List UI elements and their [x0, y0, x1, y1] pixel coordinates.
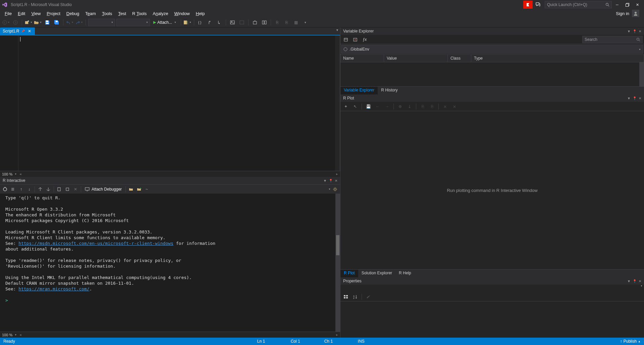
export-icon[interactable]: ⤓ [406, 102, 414, 111]
close-pane-icon[interactable]: ✕ [335, 179, 337, 183]
menu-test[interactable]: Test [115, 10, 129, 17]
menu-analyze[interactable]: Analyze [150, 10, 171, 17]
history-down-icon[interactable]: ↓ [25, 186, 33, 193]
step-into-icon[interactable] [215, 18, 223, 26]
tab-r-help[interactable]: R Help [395, 270, 415, 277]
delete-vars-icon[interactable] [351, 36, 359, 44]
image-tool-icon[interactable] [228, 18, 236, 26]
signin-link[interactable]: Sign in [616, 11, 629, 16]
publish-icon[interactable] [251, 18, 259, 26]
menu-file[interactable]: File [2, 10, 14, 17]
msdn-link[interactable]: https://msdn.microsoft.com/en-us/microso… [18, 241, 173, 246]
find-icon[interactable]: ⎘ [273, 18, 281, 26]
history-up-icon[interactable]: ↑ [17, 186, 25, 193]
source-script-button[interactable]: ▼ [183, 18, 192, 26]
nav-back-button[interactable]: ▼ [2, 18, 10, 26]
ve-position-icon[interactable]: ▼ [627, 29, 631, 33]
code-editor[interactable] [0, 36, 340, 171]
reset-icon[interactable] [1, 186, 9, 193]
rp-position-icon[interactable]: ▼ [627, 96, 631, 100]
toolbar-overflow-icon[interactable]: ▾ [302, 18, 310, 26]
menu-rtools[interactable]: R Tools [129, 10, 149, 17]
menu-view[interactable]: View [29, 10, 43, 17]
categorized-icon[interactable] [342, 293, 350, 301]
menu-help[interactable]: Help [193, 10, 208, 17]
nav-forward-button[interactable] [11, 18, 19, 26]
r-console[interactable]: Type 'q()' to quit R. Microsoft R Open 3… [0, 194, 340, 332]
clear-icon[interactable] [9, 186, 17, 193]
clear-plots-icon[interactable]: ⨯ [450, 102, 459, 111]
set-directory-icon[interactable] [136, 186, 143, 193]
menu-team[interactable]: Team [83, 10, 99, 17]
editor-tab-script1[interactable]: Script1.R 📌 ✕ [0, 27, 35, 35]
tab-r-plot[interactable]: R Plot [340, 270, 358, 277]
column-value[interactable]: Value [384, 55, 448, 62]
load-workspace-icon[interactable] [37, 186, 44, 193]
import-data-icon[interactable] [342, 36, 350, 44]
copy-bitmap-icon[interactable]: ⎘ [428, 102, 436, 111]
replace-icon[interactable]: ⎘ [283, 18, 291, 26]
column-type[interactable]: Type [471, 55, 644, 62]
delete-icon[interactable]: ✕ [72, 186, 79, 193]
preview-icon[interactable] [260, 18, 268, 26]
prop-object-dropdown[interactable]: ▼ [640, 285, 643, 292]
wrench-icon[interactable] [364, 293, 372, 301]
rp-pin-icon[interactable]: 📍 [633, 96, 637, 100]
save-plot-icon[interactable]: 💾 [364, 102, 372, 111]
menu-edit[interactable]: Edit [15, 10, 28, 17]
settings-gear-icon[interactable] [331, 186, 339, 193]
ve-close-icon[interactable]: ✕ [639, 29, 641, 33]
save-workspace-icon[interactable] [45, 186, 52, 193]
env-dropdown-icon[interactable]: ▼ [328, 188, 331, 190]
open-file-button[interactable]: ▼ [34, 18, 42, 26]
undo-button[interactable]: ▼ [66, 18, 74, 26]
publish-button[interactable]: ↑ Publish ▲ [620, 339, 641, 344]
activate-icon[interactable]: ↖ [351, 102, 359, 111]
save-button[interactable] [43, 18, 51, 26]
ve-scrollbar[interactable] [639, 62, 644, 86]
copy-plot-icon[interactable]: ⎘ [419, 102, 427, 111]
new-project-button[interactable]: ▼ [24, 18, 33, 26]
layout-icon[interactable]: ▦ [292, 18, 300, 26]
tab-overflow-icon[interactable]: ▼ [336, 28, 339, 32]
step-out-icon[interactable] [206, 18, 214, 26]
auto-hide-pin-icon[interactable]: 📍 [329, 179, 333, 183]
feedback-icon[interactable] [533, 1, 543, 9]
quick-launch-input[interactable]: Quick Launch (Ctrl+Q) [545, 1, 612, 8]
solution-config-combo[interactable]: ▼ [88, 19, 115, 26]
menu-project[interactable]: Project [44, 10, 63, 17]
minimize-button[interactable]: ─ [612, 1, 622, 9]
attach-button[interactable]: ▶ Attach... ▼ [151, 18, 178, 26]
attach-debugger-button[interactable]: Attach Debugger [83, 186, 124, 193]
menu-debug[interactable]: Debug [64, 10, 82, 17]
prop-close-icon[interactable]: ✕ [639, 279, 641, 283]
column-name[interactable]: Name [340, 55, 384, 62]
alphabetical-icon[interactable]: AZ [351, 293, 359, 301]
new-window-icon[interactable]: ✦ [342, 102, 350, 111]
folder-sync-icon[interactable] [127, 186, 135, 193]
ve-pin-icon[interactable]: 📍 [633, 29, 637, 33]
mran-link[interactable]: https://mran.microsoft.com/ [18, 286, 89, 291]
zoom-level[interactable]: 100 % [2, 172, 12, 176]
comment-button[interactable]: { } [197, 18, 205, 26]
solution-platform-combo[interactable]: ▼ [116, 19, 150, 26]
save-all-button[interactable] [53, 18, 61, 26]
menu-window[interactable]: Window [172, 10, 193, 17]
tab-solution-explorer[interactable]: Solution Explorer [358, 270, 395, 277]
column-class[interactable]: Class [448, 55, 471, 62]
vertical-scrollbar[interactable] [335, 36, 340, 171]
tab-variable-explorer[interactable]: Variable Explorer [340, 87, 378, 94]
notification-flag-icon[interactable] [523, 1, 533, 9]
pin-tab-icon[interactable]: 📌 [21, 29, 25, 33]
redo-button[interactable]: ▼ [75, 18, 83, 26]
rp-close-icon[interactable]: ✕ [639, 96, 641, 100]
interrupt-icon[interactable] [64, 186, 71, 193]
window-position-icon[interactable]: ▼ [323, 179, 327, 183]
prev-plot-icon[interactable]: ← [374, 102, 382, 111]
close-tab-icon[interactable]: ✕ [27, 28, 32, 34]
source-r-icon[interactable] [56, 186, 63, 193]
maximize-button[interactable] [623, 1, 632, 9]
next-plot-icon[interactable]: → [383, 102, 391, 111]
variable-search-input[interactable]: Search [582, 36, 643, 43]
remove-plot-icon[interactable]: ⨯ [441, 102, 449, 111]
